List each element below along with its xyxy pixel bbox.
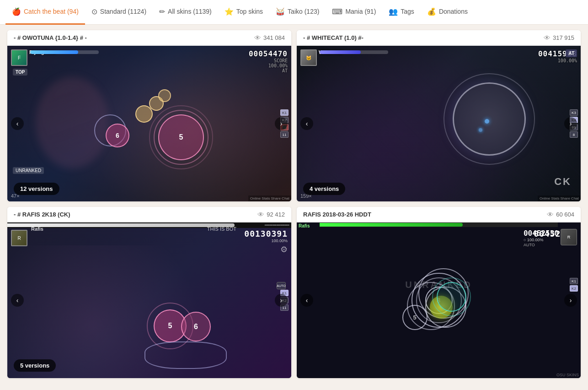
watermark-rafis-hddt: OSU SKINS [555, 372, 581, 378]
top-label-owotuna: TOP [13, 69, 27, 76]
views-count-rafis-hddt: 60 604 [556, 211, 574, 218]
dot2-whitecat [479, 128, 482, 132]
card-header-owotuna: - # OWOTUNA {1.0-1.4} # - 👁 341 084 [7, 30, 291, 46]
views-count-owotuna: 341 084 [263, 34, 285, 41]
tags-icon: 👥 [389, 7, 398, 16]
nav-item-topskins[interactable]: ⭐ Top skins [218, 0, 269, 25]
unranked-label-owotuna: UNRANKED [13, 167, 44, 174]
key-k3: K3 [570, 109, 578, 116]
arrow-right-whitecat[interactable]: › [564, 117, 577, 130]
card-title-rafis-hddt: RAFIS 2018-03-26 HDDT [303, 211, 371, 218]
eye-icon-whitecat: 👁 [544, 34, 551, 42]
game-bg-whitecat: 🐱 White Cat 00415968 100.00% AT [297, 46, 581, 201]
nav-label-allskins: All skins (1139) [168, 8, 212, 15]
preview-rafis-hddt: Rafis 00452530 100.00% R 00452530 ○ 100.… [297, 222, 581, 378]
card-title-whitecat: - # WHITECAT (1.0) #- [303, 34, 363, 41]
score-number-rafis-ck: 00130391 [244, 229, 288, 238]
nav-item-mania[interactable]: ⌨ Mania (91) [326, 0, 382, 25]
bot-text-rafis-ck: THIS IS BOT [207, 226, 236, 232]
catch-icon: 🍎 [12, 7, 21, 16]
arrow-left-rafis-ck[interactable]: ‹ [11, 294, 24, 307]
nav-item-taiko[interactable]: 🥁 Taiko (123) [269, 0, 326, 25]
nav-label-donations: Donations [439, 8, 468, 15]
arrow-left-whitecat[interactable]: ‹ [300, 117, 313, 130]
nav-item-donations[interactable]: 💰 Donations [421, 0, 474, 25]
preview-owotuna: F FlyingTuna 00054470 SCORE 100.00% AT [7, 46, 291, 201]
game-bg-owotuna: F FlyingTuna 00054470 SCORE 100.00% AT [7, 46, 291, 201]
skin-card-rafis-ck: - # RAFIS 2K18 (CK) 👁 92 412 ▪▪▪▪▪▪▪▪▪▪▪… [7, 207, 291, 378]
watermark-text-1: Online Stats [250, 196, 270, 200]
arrow-right-rafis-hddt[interactable]: › [564, 294, 577, 307]
nav-label-catch: Catch the beat (94) [24, 8, 79, 15]
card-title-rafis-ck: - # RAFIS 2K18 (CK) [14, 211, 70, 218]
avatar-rafis-hddt: R [561, 229, 577, 245]
version-badge-whitecat: 4 versions [303, 183, 345, 195]
arrow-left-rafis-hddt[interactable]: ‹ [300, 294, 313, 307]
nav-item-standard[interactable]: ⊙ Standard (1124) [85, 0, 153, 25]
nav-label-mania: Mania (91) [345, 8, 376, 15]
score-display-rafis-hddt: 00452530 ○ 100.00% AUTO [524, 229, 559, 247]
eye-icon-owotuna: 👁 [254, 34, 261, 42]
accuracy-rafis-ck: 100.00% [244, 238, 288, 243]
card-header-rafis-hddt: RAFIS 2018-03-26 HDDT 👁 60 604 [297, 207, 581, 222]
score-num-2-rafis-hddt: 00452530 [524, 229, 559, 238]
version-badge-owotuna: 12 versions [14, 183, 59, 195]
nav-item-catch[interactable]: 🍎 Catch the beat (94) [5, 0, 85, 25]
skin-card-whitecat: - # WHITECAT (1.0) #- 👁 317 915 🐱 White … [297, 30, 581, 201]
version-badge-rafis-ck: 5 versions [14, 359, 56, 372]
key-k1: K1 [280, 109, 289, 116]
card-views-whitecat: 👁 317 915 [544, 34, 574, 42]
eye-icon-rafis-ck: 👁 [257, 211, 264, 218]
arrow-right-rafis-ck[interactable]: › [275, 294, 288, 307]
key-indicators-rafis-hddt: K1 K2 [570, 278, 578, 292]
nav-item-tags[interactable]: 👥 Tags [382, 0, 421, 25]
card-views-owotuna: 👁 341 084 [254, 34, 285, 42]
game-bg-rafis-hddt: Rafis 00452530 100.00% R 00452530 ○ 100.… [297, 222, 581, 378]
avatar-whitecat: 🐱 [300, 49, 317, 66]
nav-label-tags: Tags [401, 8, 414, 15]
health-bar-whitecat [320, 50, 388, 54]
dot1-whitecat [485, 119, 489, 124]
watermark-owotuna: Online Stats Share Chat [248, 195, 291, 201]
username-rafis-ck: Rafis [31, 226, 43, 232]
watermark-wc-2: Share Chat [561, 196, 579, 200]
arrow-right-owotuna[interactable]: › [275, 117, 288, 130]
allskins-icon: ✏ [159, 7, 165, 16]
watermark-whitecat: Online Stats Share Chat [538, 195, 581, 201]
navigation: 🍎 Catch the beat (94) ⊙ Standard (1124) … [0, 0, 588, 25]
skin-card-rafis-hddt: RAFIS 2018-03-26 HDDT 👁 60 604 Rafis 004… [297, 207, 581, 378]
hp-bar-bg-rafis-ck: ▪▪▪▪▪▪▪▪▪▪▪▪▪▪▪▪▪▪▪ [7, 222, 291, 228]
drum-outer-whitecat [444, 73, 535, 165]
watermark-wc-1: Online Stats [540, 196, 560, 200]
nav-item-allskins[interactable]: ✏ All skins (1139) [153, 0, 218, 25]
topskins-icon: ⭐ [225, 7, 234, 16]
key-k1-hddt: K1 [570, 278, 578, 284]
nav-label-standard: Standard (1124) [100, 8, 146, 15]
at-badge-whitecat: AT [566, 49, 577, 57]
username-rafis-hddt: Rafis [299, 223, 310, 228]
card-header-whitecat: - # WHITECAT (1.0) #- 👁 317 915 [297, 30, 581, 46]
hp-bar-segments: ▪▪▪▪▪▪▪▪▪▪▪▪▪▪▪▪▪▪▪ [265, 223, 289, 227]
key-n8: 8 [570, 131, 578, 138]
skin-card-owotuna: - # OWOTUNA {1.0-1.4} # - 👁 341 084 F Fl… [7, 30, 291, 201]
card-title-owotuna: - # OWOTUNA {1.0-1.4} # - [14, 34, 87, 41]
game-bg-rafis-ck: ▪▪▪▪▪▪▪▪▪▪▪▪▪▪▪▪▪▪▪ 00130391 100.00% R R… [7, 222, 291, 378]
hp-bar-bg-rafis-hddt [320, 222, 558, 227]
accuracy-whitecat: 100.00% [538, 58, 577, 63]
skin-grid: - # OWOTUNA {1.0-1.4} # - 👁 341 084 F Fl… [0, 25, 588, 384]
taiko-icon: 🥁 [276, 7, 285, 16]
ck-text-whitecat: CK [554, 176, 572, 188]
preview-whitecat: 🐱 White Cat 00415968 100.00% AT [297, 46, 581, 201]
nav-label-topskins: Top skins [236, 8, 263, 15]
card-views-rafis-hddt: 👁 60 604 [547, 211, 574, 218]
health-bar-fill-whitecat [320, 50, 361, 54]
standard-icon: ⊙ [91, 7, 97, 16]
views-count-rafis-ck: 92 412 [267, 211, 285, 218]
arrow-left-owotuna[interactable]: ‹ [11, 117, 24, 130]
score-rafis-ck: 00130391 100.00% [244, 229, 288, 243]
preview-rafis-ck: ▪▪▪▪▪▪▪▪▪▪▪▪▪▪▪▪▪▪▪ 00130391 100.00% R R… [7, 222, 291, 378]
watermark-text-2: Share Chat [271, 196, 289, 200]
key-m2: 11 [280, 131, 289, 138]
acc-rafis-hddt: ○ 100.00% [524, 238, 559, 242]
donations-icon: 💰 [427, 7, 436, 16]
